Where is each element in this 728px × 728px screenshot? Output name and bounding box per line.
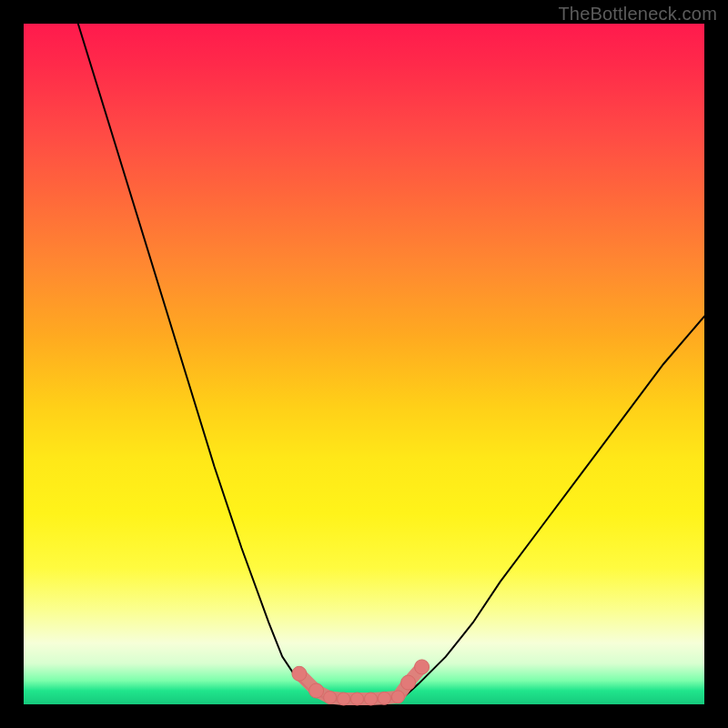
- valley-marker-dot: [351, 693, 364, 705]
- valley-marker-dot: [324, 692, 337, 704]
- watermark-text: TheBottleneck.com: [558, 4, 717, 25]
- valley-marker-dot: [391, 691, 404, 703]
- valley-marker-dot: [338, 693, 350, 705]
- curve-left-branch: [78, 24, 323, 698]
- valley-marker-dot: [365, 693, 378, 705]
- curve-right-branch: [405, 317, 704, 696]
- valley-marker-dot: [309, 683, 324, 698]
- chart-svg: [24, 24, 704, 704]
- valley-marker-dot: [401, 675, 416, 690]
- valley-marker-dot: [415, 660, 430, 674]
- chart-frame: TheBottleneck.com: [0, 0, 728, 728]
- valley-marker-dot: [378, 692, 390, 704]
- valley-marker-dot: [292, 666, 307, 681]
